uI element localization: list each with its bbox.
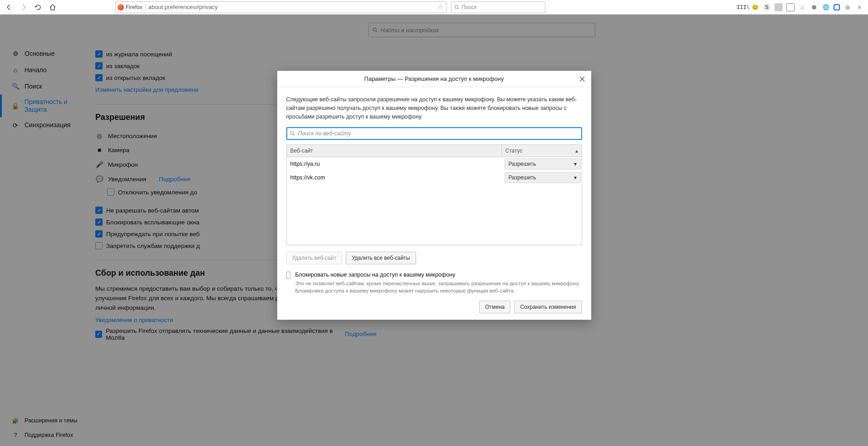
sort-asc-icon: ▴ — [575, 148, 578, 154]
forward-button[interactable] — [17, 1, 30, 14]
col-status[interactable]: Статус ▴ — [502, 145, 582, 157]
cancel-button[interactable]: Отмена — [479, 301, 510, 313]
dialog-title: Параметры — Разрешения на доступ к микро… — [364, 75, 504, 82]
button-label: Удалить все веб-сайты — [352, 255, 410, 261]
block-new-label: Блокировать новые запросы на доступ к ва… — [295, 272, 582, 278]
col-status-label: Статус — [505, 148, 523, 154]
ext-icon-2[interactable]: S — [763, 3, 771, 11]
back-button[interactable] — [3, 1, 15, 14]
microphone-permissions-dialog: Параметры — Разрешения на доступ к микро… — [277, 71, 591, 320]
ext-icon-1[interactable]: 😊 — [751, 3, 759, 11]
ext-icon-4[interactable]: ⌂ — [798, 3, 806, 11]
button-label: Сохранить изменения — [520, 304, 576, 310]
browser-toolbar: Firefox about:preferences#privacy ☆ Поис… — [0, 0, 868, 15]
chevron-down-icon: ▾ — [574, 174, 577, 181]
svg-line-5 — [293, 134, 294, 136]
svg-point-0 — [455, 5, 458, 8]
site-search-input[interactable]: Поиск по веб-сайту — [286, 127, 582, 140]
button-label: Отмена — [485, 304, 505, 310]
chevron-down-icon: ▾ — [574, 161, 577, 167]
svg-line-1 — [458, 8, 459, 9]
toolbar-extensions: III\ 😊 S ⌂ ⬢ 🌐 ◎ ≡ — [739, 3, 865, 11]
table-row[interactable]: https://ya.ru Разрешить▾ — [287, 157, 582, 171]
status-select[interactable]: Разрешить▾ — [505, 172, 581, 183]
ext-icon-7[interactable] — [834, 4, 840, 10]
dialog-description: Следующие веб-сайты запросили разрешение… — [286, 95, 582, 121]
remove-site-button: Удалить веб-сайт — [286, 252, 343, 264]
firefox-icon — [118, 4, 124, 10]
bookmark-star-icon[interactable]: ☆ — [438, 4, 443, 10]
home-button[interactable] — [46, 1, 59, 14]
table-row[interactable]: https://vk.com Разрешить▾ — [287, 171, 582, 184]
site-cell: https://ya.ru — [287, 161, 502, 167]
table-header: Веб-сайт Статус ▴ — [287, 144, 582, 157]
status-value: Разрешить — [509, 174, 536, 181]
permissions-table: Веб-сайт Статус ▴ https://ya.ru Разрешит… — [286, 144, 582, 245]
remove-all-sites-button[interactable]: Удалить все веб-сайты — [346, 252, 416, 264]
svg-point-4 — [290, 132, 294, 135]
library-icon[interactable]: III\ — [739, 3, 747, 11]
browser-search-box[interactable]: Поиск — [451, 1, 545, 13]
block-new-desc: Это не позволит веб-сайтам, кроме перечи… — [295, 280, 582, 294]
ext-icon-3[interactable] — [775, 3, 783, 11]
reload-button[interactable] — [32, 1, 44, 14]
hamburger-menu-icon[interactable]: ≡ — [855, 3, 863, 11]
dialog-titlebar: Параметры — Разрешения на доступ к микро… — [277, 71, 591, 87]
site-cell: https://vk.com — [287, 174, 502, 181]
ext-icon-5[interactable]: ⬢ — [810, 3, 818, 11]
close-button[interactable] — [577, 74, 588, 84]
close-icon — [579, 76, 585, 82]
sidebar-icon[interactable] — [786, 3, 794, 11]
col-site[interactable]: Веб-сайт — [287, 145, 502, 157]
block-new-requests-checkbox[interactable] — [286, 272, 291, 279]
button-label: Удалить веб-сайт — [292, 255, 337, 261]
ext-icon-8[interactable]: ◎ — [843, 3, 852, 11]
url-text: about:preferences#privacy — [146, 4, 218, 10]
ext-icon-6[interactable]: 🌐 — [822, 3, 830, 11]
site-identity[interactable]: Firefox — [118, 4, 146, 10]
identity-label: Firefox — [126, 4, 142, 10]
status-select[interactable]: Разрешить▾ — [505, 159, 581, 169]
search-placeholder: Поиск — [461, 4, 477, 10]
search-icon — [290, 131, 295, 136]
search-placeholder: Поиск по веб-сайту — [298, 130, 351, 137]
status-value: Разрешить — [509, 161, 536, 167]
save-button[interactable]: Сохранить изменения — [514, 301, 582, 313]
search-icon — [454, 5, 460, 10]
url-bar[interactable]: Firefox about:preferences#privacy ☆ — [115, 1, 446, 13]
